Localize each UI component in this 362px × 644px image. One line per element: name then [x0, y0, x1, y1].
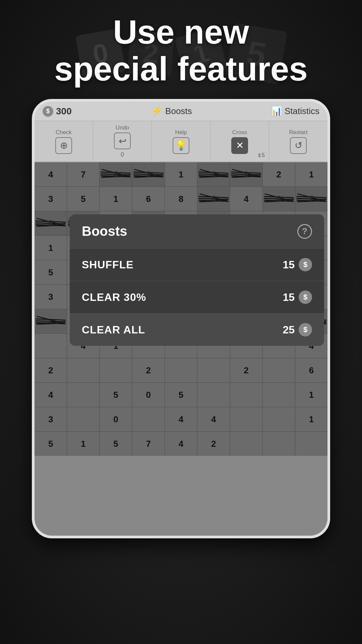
lightning-icon: ⚡ — [151, 106, 163, 117]
shuffle-price-value: 15 — [283, 259, 295, 271]
clear-all-price-value: 25 — [283, 324, 295, 336]
help-button[interactable]: Help 💡 — [152, 121, 210, 162]
cross-cost-badge: $ 5 — [258, 152, 265, 158]
shuffle-label: SHUFFLE — [82, 259, 134, 271]
clear-all-coin-icon: $ — [299, 323, 312, 336]
boosts-tab[interactable]: ⚡ Boosts — [151, 106, 192, 117]
boosts-label: Boosts — [165, 106, 192, 116]
help-label: Help — [175, 129, 187, 136]
modal-header: Boosts ? — [70, 214, 324, 248]
tool-bar: Check ⊕ Undo ↩ 0 Help 💡 Cross ✕ $ 5 — [35, 121, 327, 162]
shuffle-price: 15 $ — [283, 258, 312, 271]
statistics-label: Statistics — [285, 106, 319, 116]
clear-all-label: CLEAR ALL — [82, 324, 145, 336]
clear-all-row[interactable]: CLEAR ALL 25 $ — [70, 313, 324, 346]
coins-display: $ 300 — [43, 106, 72, 117]
coins-amount: 300 — [56, 106, 72, 117]
check-label: Check — [56, 129, 72, 136]
shuffle-coin-icon: $ — [299, 258, 312, 271]
bottom-area — [35, 456, 327, 536]
coin-icon: $ — [43, 106, 53, 117]
clear30-price-value: 15 — [283, 291, 295, 304]
check-icon: ⊕ — [55, 137, 72, 154]
undo-icon: ↩ — [114, 132, 131, 149]
boosts-modal: Boosts ? SHUFFLE 15 $ CLEAR 30% 15 $ — [70, 214, 324, 346]
headline-section: Use new special features — [0, 13, 362, 87]
phone-inner: $ 300 ⚡ Boosts 📊 Statistics Check ⊕ Undo… — [35, 102, 327, 536]
restart-label: Restart — [289, 129, 308, 136]
clear30-label: CLEAR 30% — [82, 291, 146, 304]
check-button[interactable]: Check ⊕ — [35, 121, 93, 162]
shuffle-row[interactable]: SHUFFLE 15 $ — [70, 248, 324, 281]
game-grid-area: 4783119213516864878857442471215164546413… — [35, 162, 327, 456]
clear30-row[interactable]: CLEAR 30% 15 $ — [70, 281, 324, 313]
undo-label: Undo — [116, 124, 129, 131]
phone-frame: $ 300 ⚡ Boosts 📊 Statistics Check ⊕ Undo… — [32, 99, 330, 538]
bar-chart-icon: 📊 — [271, 106, 282, 116]
restart-button[interactable]: Restart ↺ — [269, 121, 327, 162]
headline-text: Use new special features — [20, 13, 342, 87]
statistics-tab[interactable]: 📊 Statistics — [271, 106, 319, 116]
clear-all-price: 25 $ — [283, 323, 312, 336]
cross-icon: ✕ — [231, 137, 248, 154]
undo-count: 0 — [121, 151, 124, 158]
cross-cost: 5 — [262, 152, 265, 158]
cross-button[interactable]: Cross ✕ $ 5 — [210, 121, 269, 162]
help-icon: 💡 — [173, 137, 189, 154]
clear30-price: 15 $ — [283, 290, 312, 304]
restart-icon: ↺ — [290, 137, 307, 154]
top-bar: $ 300 ⚡ Boosts 📊 Statistics — [35, 102, 327, 121]
undo-button[interactable]: Undo ↩ 0 — [93, 121, 152, 162]
modal-title: Boosts — [82, 224, 127, 239]
cross-label: Cross — [232, 129, 247, 136]
clear30-coin-icon: $ — [299, 290, 312, 304]
modal-help-icon[interactable]: ? — [297, 224, 312, 239]
